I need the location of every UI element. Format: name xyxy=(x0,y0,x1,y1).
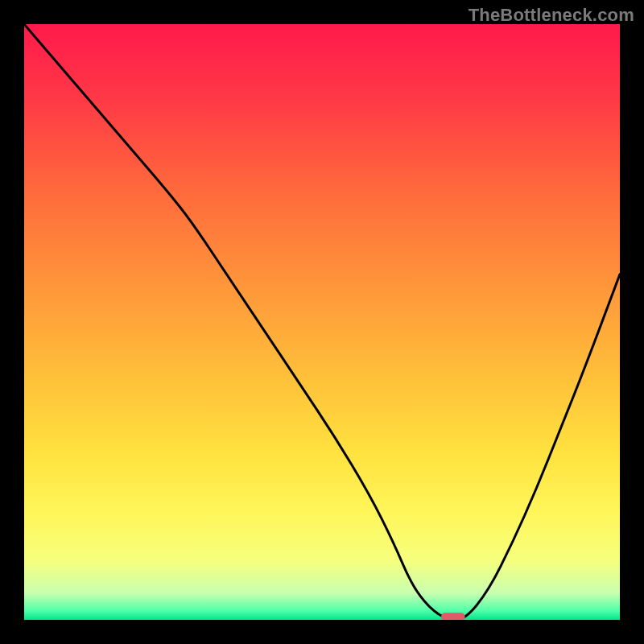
chart-frame: TheBottleneck.com xyxy=(0,0,644,644)
plot-svg xyxy=(24,24,620,620)
optimal-point-marker xyxy=(441,613,465,620)
plot-area xyxy=(24,24,620,620)
gradient-background xyxy=(24,24,620,620)
watermark-text: TheBottleneck.com xyxy=(469,5,634,26)
